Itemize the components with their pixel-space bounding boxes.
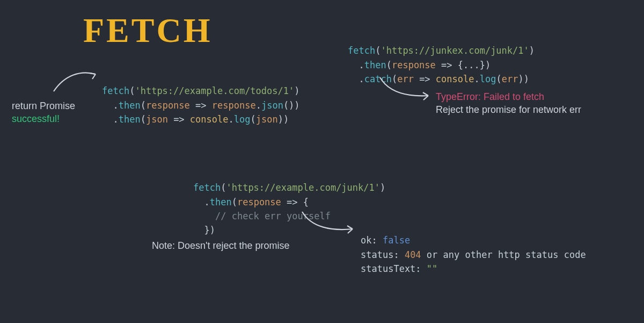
code-block-network-error: fetch('https://junkex.com/junk/1') .then… — [348, 30, 535, 86]
annotation-line: Note: Doesn't reject the promise — [152, 240, 290, 251]
arrow-icon — [48, 64, 102, 97]
annotation-line: return Promise — [12, 101, 75, 111]
annotation-line: Reject the promise for network err — [436, 104, 581, 115]
annotation-success: return Promise successful! — [12, 99, 75, 126]
code-block-http-error: fetch('https://example.com/junk/1') .the… — [193, 167, 385, 238]
annotation-no-reject: Note: Doesn't reject the promise — [152, 239, 290, 252]
response-properties: ok: false status: 404 or any other http … — [361, 219, 586, 276]
code-block-success: fetch('https://example.com/todos/1') .th… — [102, 70, 300, 126]
page-title: FETCH — [83, 11, 212, 51]
annotation-line: successful! — [12, 113, 60, 124]
annotation-network-error: TypeError: Failed to fetch Reject the pr… — [436, 90, 581, 117]
annotation-line: TypeError: Failed to fetch — [436, 91, 544, 102]
